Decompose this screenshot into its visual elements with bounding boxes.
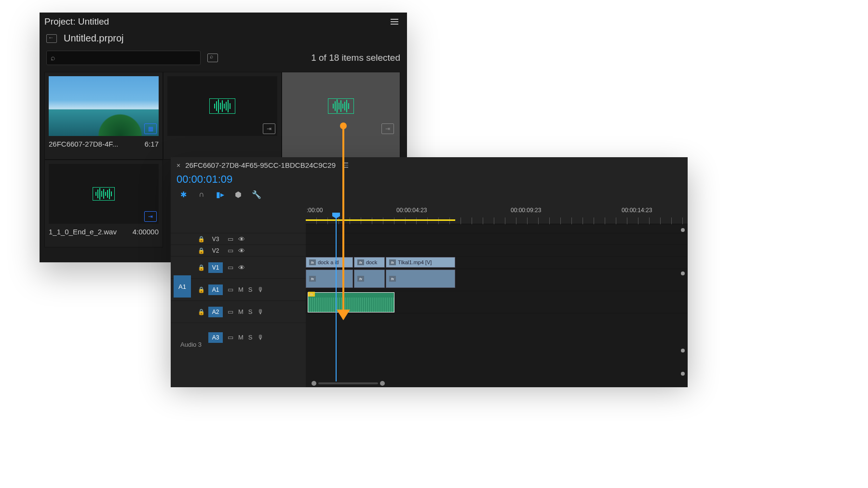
track-output-icon[interactable]: ▭ (228, 264, 233, 271)
panel-menu-icon[interactable] (389, 17, 400, 27)
v-scroll-handle[interactable] (681, 349, 685, 352)
linked-selection-icon[interactable]: ▮▸ (215, 190, 225, 199)
track-lane-a1[interactable]: fx fx fx (306, 269, 688, 291)
eye-icon[interactable]: 👁 (238, 264, 245, 271)
asset-item[interactable]: ⇥ (163, 72, 282, 160)
lock-icon[interactable]: 🔒 (198, 309, 203, 315)
track-lane-a2[interactable]: fx (306, 291, 688, 313)
folder-up-icon[interactable] (46, 34, 57, 43)
track-name: Audio 3 (180, 341, 202, 348)
track-output-icon[interactable]: ▭ (228, 235, 233, 243)
time-ruler[interactable]: :00:00 00:00:04:23 00:00:09:23 00:00:14:… (306, 204, 688, 224)
search-input[interactable]: ⌕ (46, 51, 201, 65)
track-label[interactable]: A3 (208, 332, 223, 343)
audio-clip-linked[interactable]: fx (306, 270, 353, 288)
asset-thumbnail: ▦ (49, 76, 159, 136)
track-lane-v2[interactable] (306, 244, 688, 256)
track-header-a3[interactable]: 🔒 A3 ▭ M S 🎙 Audio 3 (171, 323, 306, 352)
track-output-icon[interactable]: ▭ (228, 286, 233, 293)
h-scrollbar[interactable] (310, 381, 387, 385)
drag-arrow-annotation (342, 124, 344, 319)
track-label[interactable]: V3 (208, 234, 223, 244)
selection-info: 1 of 18 items selected (311, 53, 400, 63)
lock-icon[interactable]: 🔒 (198, 286, 203, 293)
snap-icon[interactable]: ∩ (197, 190, 206, 199)
asset-item-selected[interactable]: ⇥ (282, 72, 400, 160)
timeline-tools: ✱ ∩ ▮▸ ⬢ 🔧 (171, 190, 688, 204)
track-label[interactable]: A1 (208, 285, 223, 295)
video-clip[interactable]: fxdock (354, 257, 385, 268)
ruler-ticks (306, 217, 688, 224)
marker-icon[interactable]: ⬢ (233, 190, 243, 199)
track-label[interactable]: A2 (208, 307, 223, 317)
video-thumb-image (49, 76, 159, 136)
solo-button[interactable]: S (248, 286, 253, 293)
v-scroll-handle[interactable] (681, 271, 685, 275)
sequence-tab-title[interactable]: 26FC6607-27D8-4F65-95CC-1BDCB24C9C29 (185, 161, 336, 169)
audio-badge-icon: ⇥ (381, 123, 394, 134)
timeline-panel: × 26FC6607-27D8-4F65-95CC-1BDCB24C9C29 0… (171, 157, 688, 377)
sequence-badge-icon: ▦ (144, 123, 157, 134)
track-lane-a3[interactable] (306, 313, 688, 342)
asset-item[interactable]: ⇥ 1_1_0_End_e_2.wav 4:00000 (44, 160, 163, 247)
settings-wrench-icon[interactable]: 🔧 (252, 190, 261, 199)
voiceover-icon[interactable]: 🎙 (258, 308, 264, 315)
close-tab-icon[interactable]: × (176, 162, 180, 169)
track-header-v2[interactable]: 🔒 V2 ▭ 👁 (171, 244, 306, 256)
timeline-lanes[interactable]: :00:00 00:00:04:23 00:00:09:23 00:00:14:… (306, 204, 688, 387)
eye-icon[interactable]: 👁 (238, 235, 245, 243)
zoom-handle-right[interactable] (380, 381, 385, 386)
video-clip[interactable]: fxdock a itl (306, 257, 353, 268)
search-in-bin-icon[interactable] (207, 54, 218, 62)
waveform-icon (328, 98, 354, 114)
source-patch-a1[interactable]: A1 (174, 275, 191, 298)
audio-clip-linked[interactable]: fx (354, 270, 385, 288)
mute-button[interactable]: M (238, 334, 244, 341)
track-output-icon[interactable]: ▭ (228, 334, 233, 341)
eye-icon[interactable]: 👁 (238, 247, 245, 255)
audio-clip-linked[interactable]: fx (386, 270, 455, 288)
track-header-a2[interactable]: 🔒 A2 ▭ M S 🎙 (171, 300, 306, 323)
v-scroll-handle[interactable] (681, 228, 685, 232)
track-lane-v1[interactable]: fxdock a itl fxdock fxTlkal1.mp4 [V] (306, 256, 688, 269)
asset-duration: 4:00000 (133, 228, 159, 236)
timecode-display[interactable]: 00:00:01:09 (176, 173, 232, 186)
voiceover-icon[interactable]: 🎙 (258, 286, 264, 293)
audio-badge-icon: ⇥ (144, 211, 157, 222)
video-clip[interactable]: fxTlkal1.mp4 [V] (386, 257, 455, 268)
ruler-label: 00:00:04:23 (396, 207, 427, 214)
insert-overwrite-icon[interactable]: ✱ (178, 190, 188, 199)
zoom-handle-left[interactable] (312, 381, 316, 386)
scroll-thumb[interactable] (318, 382, 378, 384)
lock-icon[interactable]: 🔒 (198, 236, 203, 243)
lock-icon[interactable]: 🔒 (198, 247, 203, 254)
track-label[interactable]: V1 (208, 262, 223, 273)
playhead[interactable] (336, 217, 337, 381)
waveform-icon (308, 298, 394, 312)
fx-badge-icon: fx (308, 292, 315, 297)
mute-button[interactable]: M (238, 286, 244, 293)
mute-button[interactable]: M (238, 308, 244, 315)
asset-thumbnail: ⇥ (49, 164, 159, 224)
v-scroll-handle[interactable] (681, 372, 685, 376)
track-label[interactable]: V2 (208, 245, 223, 256)
search-icon: ⌕ (51, 54, 55, 62)
track-header-v3[interactable]: 🔒 V3 ▭ 👁 (171, 233, 306, 244)
waveform-icon (93, 187, 115, 201)
track-lane-v3[interactable] (306, 233, 688, 244)
lock-icon[interactable]: 🔒 (198, 264, 203, 271)
track-header-v1[interactable]: 🔒 V1 ▭ 👁 (171, 256, 306, 278)
solo-button[interactable]: S (248, 308, 253, 315)
track-output-icon[interactable]: ▭ (228, 247, 233, 254)
voiceover-icon[interactable]: 🎙 (258, 334, 264, 341)
solo-button[interactable]: S (248, 334, 253, 341)
audio-clip[interactable]: fx (308, 292, 394, 312)
track-header-a1[interactable]: 🔒 A1 ▭ M S 🎙 (171, 278, 306, 300)
asset-item[interactable]: ▦ 26FC6607-27D8-4F... 6:17 (44, 72, 163, 160)
track-headers: A1 🔒 V3 ▭ 👁 🔒 V2 ▭ 👁 🔒 V1 ▭ 👁 🔒 (171, 204, 306, 387)
audio-badge-icon: ⇥ (263, 123, 275, 134)
work-area-bar[interactable] (306, 219, 455, 221)
waveform-icon (209, 98, 235, 114)
track-output-icon[interactable]: ▭ (228, 308, 233, 315)
ruler-label: 00:00:09:23 (511, 207, 541, 214)
